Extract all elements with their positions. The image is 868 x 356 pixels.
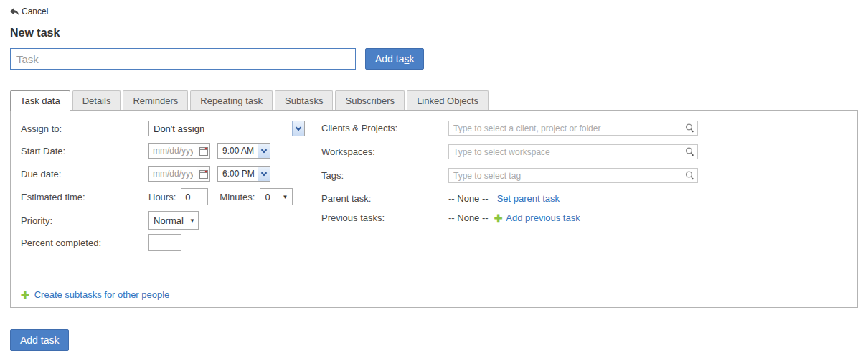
due-time-dropdown[interactable]: 6:00 PM <box>217 166 270 182</box>
start-time-value: 9:00 AM <box>218 144 258 158</box>
parent-task-row: Parent task: -- None -- Set parent task <box>321 193 857 204</box>
select-arrow-icon: ▼ <box>283 194 288 200</box>
tab-reminders[interactable]: Reminders <box>123 90 188 110</box>
tab-repeating-task[interactable]: Repeating task <box>190 90 273 110</box>
create-subtasks-row: ✚ Create subtasks for other people <box>21 289 169 300</box>
tab-task-data[interactable]: Task data <box>10 90 70 111</box>
clients-projects-input[interactable] <box>449 121 697 135</box>
create-subtasks-link[interactable]: Create subtasks for other people <box>34 289 170 300</box>
search-icon[interactable] <box>685 123 694 136</box>
page-title: New task <box>10 27 868 39</box>
plus-icon: ✚ <box>21 290 29 300</box>
percent-completed-row: Percent completed: <box>21 234 311 251</box>
assign-to-label: Assign to: <box>21 123 148 134</box>
back-arrow-icon <box>9 7 19 17</box>
start-date-field <box>148 143 210 159</box>
parent-task-value: -- None -- <box>448 193 489 204</box>
priority-value: Normal <box>154 215 184 226</box>
set-parent-task-link[interactable]: Set parent task <box>497 193 560 204</box>
tab-details[interactable]: Details <box>72 90 121 110</box>
tags-field <box>448 168 698 183</box>
previous-tasks-value: -- None -- <box>448 212 489 223</box>
percent-completed-input[interactable] <box>148 234 181 251</box>
search-icon[interactable] <box>685 147 694 159</box>
tags-input[interactable] <box>449 169 697 182</box>
start-date-label: Start Date: <box>21 146 148 156</box>
estimated-time-row: Estimated time: Hours: Minutes: 0 ▼ <box>21 188 311 205</box>
due-date-row: Due date: 6:00 PM <box>21 166 311 182</box>
assign-to-row: Assign to: Don't assign <box>21 121 311 136</box>
minutes-value: 0 <box>265 192 270 202</box>
calendar-icon[interactable] <box>197 144 209 158</box>
tab-subtasks[interactable]: Subtasks <box>275 90 333 110</box>
due-date-field <box>148 166 210 182</box>
cancel-row: Cancel <box>9 6 868 17</box>
minutes-label: Minutes: <box>220 192 255 202</box>
plus-icon: ✚ <box>494 213 503 223</box>
task-bar: Add task <box>10 48 858 70</box>
start-date-input[interactable] <box>149 144 197 158</box>
tab-linked-objects[interactable]: Linked Objects <box>407 90 489 110</box>
workspaces-field <box>448 144 698 159</box>
estimated-time-label: Estimated time: <box>21 192 148 202</box>
tags-label: Tags: <box>321 170 448 181</box>
parent-task-label: Parent task: <box>321 193 448 204</box>
tags-row: Tags: <box>321 168 857 183</box>
hours-input[interactable] <box>181 188 208 205</box>
due-time-value: 6:00 PM <box>218 167 258 181</box>
column-divider <box>321 120 321 282</box>
previous-tasks-row: Previous tasks: -- None -- ✚ Add previou… <box>321 212 857 223</box>
assign-to-dropdown[interactable]: Don't assign <box>148 121 305 136</box>
percent-completed-label: Percent completed: <box>21 238 148 248</box>
workspaces-input[interactable] <box>449 145 697 159</box>
select-arrow-icon: ▼ <box>189 217 195 224</box>
right-column: Clients & Projects: Workspaces: <box>311 111 857 251</box>
cancel-label: Cancel <box>22 6 48 17</box>
search-icon[interactable] <box>685 171 694 183</box>
hours-label: Hours: <box>148 192 176 202</box>
due-date-input[interactable] <box>149 167 197 181</box>
minutes-select[interactable]: 0 ▼ <box>260 188 293 205</box>
start-date-row: Start Date: 9:00 AM <box>21 143 311 159</box>
priority-select[interactable]: Normal ▼ <box>148 211 199 230</box>
cancel-button[interactable]: Cancel <box>9 6 48 17</box>
calendar-icon[interactable] <box>197 167 209 181</box>
add-task-button-bottom[interactable]: Add task <box>10 329 69 351</box>
clients-projects-label: Clients & Projects: <box>321 123 448 134</box>
start-time-dropdown[interactable]: 9:00 AM <box>217 143 270 159</box>
chevron-down-icon[interactable] <box>258 144 270 158</box>
clients-projects-field <box>448 121 698 136</box>
previous-tasks-label: Previous tasks: <box>321 212 448 223</box>
tab-subscribers[interactable]: Subscribers <box>335 90 405 110</box>
chevron-down-icon[interactable] <box>292 121 304 136</box>
tab-bar: Task data Details Reminders Repeating ta… <box>10 90 858 110</box>
workspaces-label: Workspaces: <box>321 146 448 157</box>
assign-to-value: Don't assign <box>149 121 292 136</box>
footer: Add task <box>10 329 868 351</box>
clients-projects-row: Clients & Projects: <box>321 121 857 136</box>
left-column: Assign to: Don't assign Start Date: 9:00… <box>11 111 311 251</box>
chevron-down-icon[interactable] <box>258 167 270 181</box>
task-name-input[interactable] <box>10 48 356 70</box>
priority-label: Priority: <box>21 215 148 226</box>
task-data-panel: Assign to: Don't assign Start Date: 9:00… <box>10 110 858 308</box>
add-previous-task-link[interactable]: Add previous task <box>506 212 580 223</box>
due-date-label: Due date: <box>21 169 148 179</box>
priority-row: Priority: Normal ▼ <box>21 211 311 230</box>
add-task-button-top[interactable]: Add task <box>365 48 424 70</box>
workspaces-row: Workspaces: <box>321 144 857 159</box>
